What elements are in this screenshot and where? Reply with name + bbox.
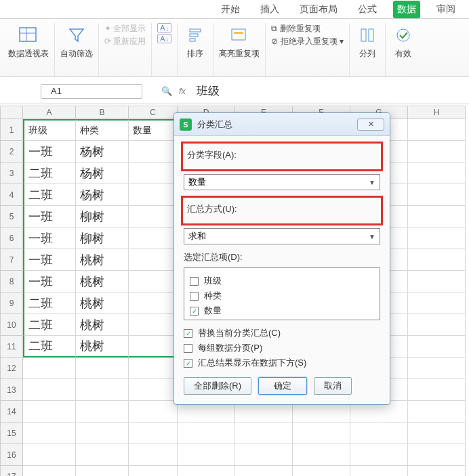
cell[interactable]: 桃树 (76, 314, 129, 336)
checkbox-icon[interactable] (190, 277, 199, 286)
dialog-close-button[interactable]: ✕ (357, 118, 384, 131)
cell[interactable]: 桃树 (76, 336, 129, 358)
group-validate[interactable]: 有效 (386, 23, 421, 77)
cell[interactable] (76, 401, 129, 423)
cell[interactable] (129, 466, 178, 476)
cell[interactable] (235, 466, 293, 476)
cell[interactable] (408, 423, 466, 444)
row-header[interactable]: 2 (0, 141, 23, 163)
row-header[interactable]: 1 (0, 119, 23, 141)
cell[interactable] (408, 336, 466, 358)
tab-review[interactable]: 审阅 (432, 1, 460, 18)
row-header[interactable]: 12 (0, 358, 23, 379)
cell[interactable]: 数量 (129, 119, 178, 141)
row-header[interactable]: 16 (0, 444, 23, 466)
row-header[interactable]: 9 (0, 293, 23, 314)
cell[interactable] (350, 423, 408, 444)
cell[interactable] (408, 163, 466, 184)
cell[interactable] (408, 206, 466, 228)
item-zhonglei[interactable]: 种类 (190, 290, 374, 302)
cell[interactable]: 杨树 (76, 141, 129, 163)
cell[interactable] (129, 163, 178, 184)
cell[interactable] (408, 293, 466, 314)
cell[interactable] (178, 423, 235, 444)
tab-insert[interactable]: 插入 (256, 1, 283, 18)
cell[interactable]: 一班 (23, 228, 76, 249)
item-shuliang[interactable]: 数量 (190, 305, 374, 317)
cell[interactable] (293, 466, 350, 476)
cell[interactable] (129, 141, 178, 163)
cell[interactable] (178, 466, 235, 476)
cell[interactable] (408, 228, 466, 249)
zoom-icon[interactable]: 🔍 (161, 86, 172, 96)
cell[interactable] (408, 444, 466, 466)
cell[interactable] (23, 444, 76, 466)
cell[interactable] (76, 444, 129, 466)
formula-input[interactable] (192, 84, 469, 99)
cell[interactable] (129, 379, 178, 401)
cell[interactable] (408, 184, 466, 206)
col-H[interactable]: H (408, 106, 466, 119)
cell[interactable] (23, 423, 76, 444)
cell[interactable] (23, 379, 76, 401)
checkbox-icon[interactable] (184, 344, 192, 353)
row-header[interactable]: 4 (0, 184, 23, 206)
cell[interactable]: 一班 (23, 249, 76, 271)
name-box[interactable]: A1 (41, 84, 142, 99)
cell[interactable] (129, 293, 178, 314)
row-header[interactable]: 10 (0, 314, 23, 336)
cell[interactable] (408, 119, 466, 141)
sort-asc-icon[interactable]: A↓ (157, 23, 171, 33)
cell[interactable] (408, 271, 466, 293)
cell[interactable] (408, 466, 466, 476)
row-header[interactable]: 5 (0, 206, 23, 228)
cell[interactable]: 二班 (23, 163, 76, 184)
row-header[interactable]: 15 (0, 423, 23, 444)
group-autofilter[interactable]: 自动筛选 (55, 23, 99, 77)
tab-layout[interactable]: 页面布局 (295, 1, 342, 18)
fx-icon[interactable]: fx (179, 86, 186, 96)
cell[interactable]: 柳树 (76, 206, 129, 228)
method-select[interactable]: 求和▼ (184, 228, 380, 244)
cell[interactable] (129, 249, 178, 271)
row-header[interactable]: 11 (0, 336, 23, 358)
cell[interactable]: 桃树 (76, 293, 129, 314)
cell[interactable] (408, 249, 466, 271)
cell[interactable] (76, 466, 129, 476)
cell[interactable]: 一班 (23, 206, 76, 228)
cell[interactable] (293, 423, 350, 444)
cell[interactable] (129, 444, 178, 466)
row-header[interactable]: 13 (0, 379, 23, 401)
cell[interactable] (129, 228, 178, 249)
opt-page[interactable]: 每组数据分页(P) (184, 342, 380, 354)
sort-desc-icon[interactable]: A↓ (157, 34, 171, 43)
cell[interactable] (129, 423, 178, 444)
group-sort[interactable]: 排序 (178, 23, 213, 77)
checkbox-icon[interactable] (184, 359, 192, 368)
cell[interactable]: 二班 (23, 293, 76, 314)
cell[interactable]: 一班 (23, 271, 76, 293)
cell[interactable] (235, 423, 293, 444)
tab-data[interactable]: 数据 (393, 1, 420, 18)
cell[interactable] (408, 401, 466, 423)
opt-replace[interactable]: 替换当前分类汇总(C) (184, 327, 380, 339)
cell[interactable] (408, 358, 466, 379)
cell[interactable] (23, 358, 76, 379)
cell[interactable] (129, 271, 178, 293)
cell[interactable] (235, 444, 293, 466)
cell[interactable] (129, 206, 178, 228)
row-header[interactable]: 8 (0, 271, 23, 293)
cell[interactable] (408, 379, 466, 401)
tab-formula[interactable]: 公式 (354, 1, 381, 18)
cell[interactable] (408, 314, 466, 336)
checkbox-icon[interactable] (190, 292, 199, 301)
cell[interactable] (129, 358, 178, 379)
row-header[interactable]: 17 (0, 466, 23, 476)
cell[interactable]: 柳树 (76, 228, 129, 249)
cell[interactable]: 种类 (76, 119, 129, 141)
rejectdup-item[interactable]: ⊘ 拒绝录入重复项 ▾ (271, 36, 344, 47)
cell[interactable] (350, 466, 408, 476)
checkbox-icon[interactable] (184, 329, 192, 338)
row-header[interactable]: 7 (0, 249, 23, 271)
cell[interactable]: 一班 (23, 141, 76, 163)
